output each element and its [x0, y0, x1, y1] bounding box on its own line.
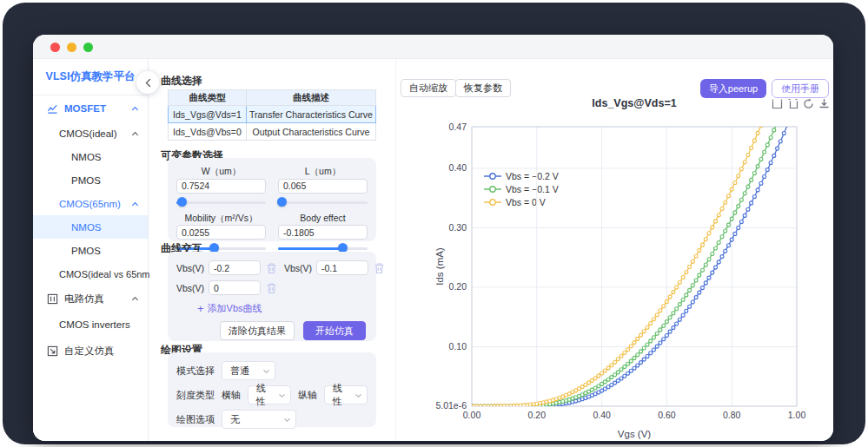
start-simulation-button[interactable]: 开始仿真: [303, 321, 366, 340]
sidebar-item-cmos-ideal[interactable]: CMOS(ideal): [33, 122, 148, 145]
window-titlebar: [33, 35, 833, 59]
sidebar-item-pmos-65nm[interactable]: PMOS: [33, 239, 148, 262]
vbs-label: Vbs(V): [176, 263, 209, 273]
sidebar-item-label: CMOS(ideal vs 65nm): [59, 269, 153, 279]
svg-text:0.40: 0.40: [593, 410, 611, 420]
sidebar-item-label: NMOS: [71, 222, 102, 233]
custom-sim-icon: [47, 345, 58, 357]
sidebar-item-label: CMOS(ideal): [59, 128, 116, 139]
params-box: W（um） L（um） Mobility（m²/Vs）: [168, 158, 376, 241]
w-slider[interactable]: [176, 197, 266, 207]
download-icon[interactable]: [818, 97, 831, 110]
sidebar-item-label: CMOS(65nm): [59, 199, 121, 209]
sidebar-item-label: MOSFET: [64, 103, 106, 114]
l-slider[interactable]: [278, 197, 368, 207]
param-field-w: W（um）: [176, 166, 266, 207]
sidebar-item-nmos-65nm[interactable]: NMOS: [33, 215, 148, 239]
plus-icon: +: [197, 302, 204, 315]
vbs-label: Vbs(V): [176, 283, 209, 293]
svg-text:0.00: 0.00: [463, 410, 481, 420]
col-header-curve-desc: 曲线描述: [246, 90, 375, 106]
w-input[interactable]: [176, 179, 266, 194]
plot-option-select[interactable]: 无: [222, 410, 296, 429]
param-label: W（um）: [176, 166, 266, 177]
sidebar-item-cmos-65nm[interactable]: CMOS(65nm): [33, 192, 148, 215]
sidebar-item-label: PMOS: [71, 175, 101, 186]
sidebar-item-cmos-inverters[interactable]: CMOS inverters: [33, 312, 148, 338]
sidebar-collapse-button[interactable]: [136, 71, 159, 94]
control-panel: 曲线选择 曲线类型 曲线描述 Ids_Vgs@Vds=1 Transfer Ch…: [149, 59, 396, 441]
vbs-input-1[interactable]: [316, 260, 368, 275]
sidebar-item-pmos-ideal[interactable]: PMOS: [33, 168, 148, 192]
circuit-grid-icon: [47, 293, 58, 305]
chart-panel: 自动缩放 恢复参数 导入peerup 使用手册 Ids_Vgs@Vds=1 Vb…: [396, 59, 833, 441]
add-vbs-curve-link[interactable]: + 添加Vbs曲线: [197, 302, 368, 315]
svg-text:1.00: 1.00: [788, 410, 806, 420]
auto-zoom-button[interactable]: 自动缩放: [401, 79, 456, 97]
chevron-up-icon: [131, 295, 139, 302]
chevron-up-icon: [131, 105, 139, 112]
add-vbs-label: 添加Vbs曲线: [208, 302, 262, 315]
sidebar: VLSI仿真教学平台 MOSFET CMOS(ideal) NMOS PMOS …: [33, 59, 149, 441]
yaxis-scale-value: 线性: [333, 382, 351, 408]
plot-option-value: 无: [230, 413, 240, 426]
y-axis-label: Ids (mA): [434, 247, 445, 286]
interact-box: Vbs(V) Vbs(V) Vbs(V): [168, 252, 376, 341]
mobility-input[interactable]: [176, 225, 266, 240]
xaxis-scale-value: 线性: [256, 382, 275, 408]
cell-curve-desc[interactable]: Transfer Characteristics Curve: [246, 106, 375, 123]
restore-params-button[interactable]: 恢复参数: [455, 79, 511, 97]
sidebar-item-circuit-sim[interactable]: 电路仿真: [33, 286, 148, 312]
table-header-row: 曲线类型 曲线描述: [169, 90, 376, 106]
cell-curve-type[interactable]: Ids_Vds@Vbs=0: [169, 123, 247, 141]
delete-icon[interactable]: [374, 262, 385, 274]
sidebar-item-nmos-ideal[interactable]: NMOS: [33, 145, 148, 168]
delete-icon[interactable]: [266, 282, 277, 294]
minimize-window-button[interactable]: [67, 43, 76, 52]
mode-select[interactable]: 普通: [222, 361, 275, 380]
clear-results-button[interactable]: 清除仿真结果: [220, 321, 295, 340]
vbs-input-2[interactable]: [209, 280, 261, 295]
sidebar-item-custom-sim[interactable]: 自定义仿真: [33, 338, 148, 364]
yaxis-scale-select[interactable]: 线性: [324, 385, 368, 404]
sidebar-item-mosfet[interactable]: MOSFET: [33, 95, 148, 122]
sidebar-item-label: 自定义仿真: [64, 345, 115, 358]
svg-text:0.20: 0.20: [449, 281, 467, 292]
yaxis-label: 纵轴: [298, 389, 317, 402]
curve-select-table: 曲线类型 曲线描述 Ids_Vgs@Vds=1 Transfer Charact…: [168, 89, 376, 141]
svg-text:0.20: 0.20: [528, 410, 547, 420]
svg-text:0.60: 0.60: [658, 410, 676, 420]
param-field-l: L（um）: [278, 166, 368, 207]
param-field-body-effect: Body effect: [278, 213, 368, 254]
param-label: L（um）: [278, 166, 368, 177]
app-window: VLSI仿真教学平台 MOSFET CMOS(ideal) NMOS PMOS …: [33, 35, 833, 441]
delete-icon[interactable]: [266, 262, 277, 274]
zoom-window-button[interactable]: [83, 43, 93, 52]
sidebar-item-label: NMOS: [71, 152, 102, 162]
col-header-curve-type: 曲线类型: [169, 90, 247, 106]
sidebar-item-label: PMOS: [71, 246, 101, 256]
cell-curve-type[interactable]: Ids_Vgs@Vds=1: [169, 106, 247, 123]
vbs-row-1: Vbs(V): [284, 260, 385, 275]
mode-label: 模式选择: [176, 365, 215, 378]
chevron-up-icon: [131, 200, 139, 207]
curve-select-title: 曲线选择: [161, 74, 202, 89]
plot-settings-box: 模式选择 普通 刻度类型 横轴 线性 纵轴 线性: [168, 352, 376, 427]
xaxis-scale-select[interactable]: 线性: [248, 385, 291, 404]
sidebar-item-cmos-ideal-vs-65nm[interactable]: CMOS(ideal vs 65nm): [33, 262, 148, 286]
l-input[interactable]: [278, 179, 368, 194]
chevron-up-icon: [131, 130, 139, 137]
cell-curve-desc[interactable]: Output Characteristics Curve: [246, 123, 375, 141]
svg-text:0.40: 0.40: [449, 162, 467, 173]
table-row-output[interactable]: Ids_Vds@Vbs=0 Output Characteristics Cur…: [169, 123, 376, 141]
series-curve-2[interactable]: [470, 95, 798, 408]
svg-text:0.30: 0.30: [449, 222, 467, 233]
vbs-input-0[interactable]: [209, 260, 261, 275]
close-window-button[interactable]: [50, 43, 60, 52]
vbs-row-0: Vbs(V): [176, 260, 277, 275]
body-effect-input[interactable]: [278, 225, 368, 240]
table-row-transfer[interactable]: Ids_Vgs@Vds=1 Transfer Characteristics C…: [169, 106, 376, 123]
scale-type-label: 刻度类型: [176, 389, 215, 402]
transfer-characteristics-plot[interactable]: 0.000.200.400.600.801.005.01e-60.100.200…: [431, 95, 813, 441]
series-curve-1[interactable]: [470, 95, 798, 408]
